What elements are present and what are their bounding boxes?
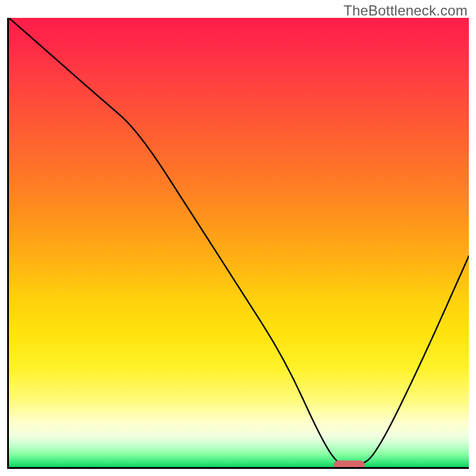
watermark-text: TheBottleneck.com bbox=[343, 2, 468, 19]
chart-frame: TheBottleneck.com bbox=[0, 0, 476, 476]
bottleneck-curve bbox=[9, 18, 469, 467]
optimal-range-marker bbox=[334, 461, 365, 469]
plot-area bbox=[7, 18, 469, 469]
